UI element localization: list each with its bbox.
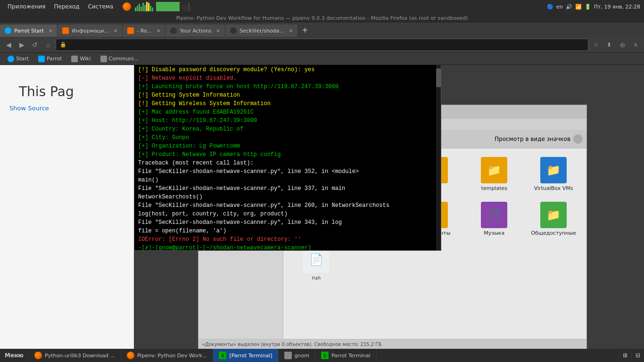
gnom-file-item[interactable]: 🎵Музыка xyxy=(467,199,521,239)
terminal-line: [+] Host: http://119.67.247.39:3000 xyxy=(138,116,437,125)
terminal-line: main() xyxy=(138,176,437,184)
bottom-taskbar: Меню Python-urllib3 Download ... Pipenv:… xyxy=(0,349,644,362)
volume-icon[interactable]: 🔊 xyxy=(566,4,572,10)
gnom-status-bar: «Документы» выделен (внутри 0 объектов).… xyxy=(198,339,586,349)
terminal-line: [+] Product: Netwave IP camera http conf… xyxy=(138,150,437,159)
taskbar-item-terminal-2[interactable]: $ Parrot Terminal xyxy=(315,349,377,362)
bookmark-parrot[interactable]: Parrot xyxy=(34,55,66,63)
bookmark-communi[interactable]: Communi... xyxy=(97,55,142,63)
gnom-taskbar-icon xyxy=(284,352,292,359)
ro-tab-icon xyxy=(127,27,134,34)
tab-info-close[interactable]: ✕ xyxy=(114,28,117,33)
gnom-file-item[interactable]: 📁templates xyxy=(467,154,521,194)
bookmark-parrot-icon xyxy=(38,56,45,62)
clock: Пт, 19 янв, 22:28 xyxy=(594,4,640,10)
menu-button[interactable]: Меню xyxy=(0,349,29,362)
tab-your-actions[interactable]: Your Actions ✕ xyxy=(165,25,225,37)
gnom-file-label: Музыка xyxy=(484,230,504,236)
bookmark-start-icon xyxy=(8,56,14,62)
gnom-view-label: Просмотр в виде значков xyxy=(495,136,570,142)
show-source-link[interactable]: Show Source xyxy=(9,105,49,112)
gnom-search-icon[interactable] xyxy=(573,134,583,144)
url-bar[interactable]: 🔒 xyxy=(56,39,588,51)
menu-applications[interactable]: Приложения xyxy=(4,2,50,11)
bookmark-communi-label: Communi... xyxy=(109,56,139,62)
tab-your-actions-close[interactable]: ✕ xyxy=(216,28,220,33)
back-button[interactable]: ◀ xyxy=(3,39,14,50)
gnom-file-label: VirtualBox VMs xyxy=(534,185,573,191)
terminal-line: File "SecKiller-shodan-netwave-scanner.p… xyxy=(138,184,437,193)
tab-seckiller-label: SecKiller/shoda... xyxy=(239,28,284,34)
taskbar-right-buttons: ⊞ ⊟ xyxy=(619,349,644,362)
battery-icon[interactable]: 🔋 xyxy=(585,4,591,10)
bookmark-wiki-icon xyxy=(71,56,78,62)
pocket-btn[interactable]: ◎ xyxy=(617,39,628,50)
bookmark-wiki[interactable]: Wiki xyxy=(67,55,94,63)
bookmark-start[interactable]: Start xyxy=(4,55,33,63)
terminal-2-icon: $ xyxy=(321,352,329,359)
taskbar-item-urllib3[interactable]: Python-urllib3 Download ... xyxy=(29,349,121,362)
tab-seckiller[interactable]: SecKiller/shoda... ✕ xyxy=(225,25,298,37)
taskbar-urllib3-label: Python-urllib3 Download ... xyxy=(45,353,115,359)
firefox-taskbar-icon[interactable] xyxy=(123,2,131,11)
layout-button[interactable]: ⊞ xyxy=(619,349,631,362)
tab-info[interactable]: Информаци... ✕ xyxy=(58,25,123,37)
tab-parrot-start[interactable]: Parrot Start ✕ xyxy=(0,25,58,37)
terminal-line: NetworkSearchosts() xyxy=(138,193,437,201)
menu-go[interactable]: Переход xyxy=(50,2,83,11)
terminal-line: [+] Country: Korea, Republic of xyxy=(138,125,437,133)
firefox-titlebar: Pipenv: Python Dev Workflow for Humans —… xyxy=(0,13,644,23)
bookmarks-btn[interactable]: ☆ xyxy=(590,39,602,50)
gnom-file-label: run xyxy=(312,275,321,281)
taskbar-item-terminal-active[interactable]: $ [Parrot Terminal] xyxy=(213,349,278,362)
terminal-line: log(host, port, country, city, org, prod… xyxy=(138,210,437,218)
terminal-active-icon: $ xyxy=(219,352,226,359)
tab-seckiller-close[interactable]: ✕ xyxy=(289,28,293,33)
terminal-line: -[✗]-[gnom@parrot]-[~/shodan-netwavecame… xyxy=(138,244,437,250)
terminal-line: [+] Mac address found E8ABFA19261C xyxy=(138,108,437,116)
taskbar-pipenv-label: Pipenv: Python Dev Work... xyxy=(137,353,207,359)
terminal-line: [+] Launching brute force on host http:/… xyxy=(138,82,437,91)
terminal-scrollbar[interactable] xyxy=(436,54,441,250)
info-tab-icon xyxy=(62,27,69,34)
forward-button[interactable]: ▶ xyxy=(16,39,27,50)
gnom-file-item[interactable]: 📁Общедоступные xyxy=(526,199,581,239)
taskbar-item-gnom[interactable]: gnom xyxy=(279,349,315,362)
gnom-file-icon: 📁 xyxy=(540,157,567,183)
bookmark-start-label: Start xyxy=(16,56,29,62)
terminal-line: file = open(filename, 'a') xyxy=(138,227,437,235)
tab-parrot-start-close[interactable]: ✕ xyxy=(49,28,52,33)
home-button[interactable]: ⌂ xyxy=(42,39,54,50)
bookmark-communi-icon xyxy=(100,56,107,62)
taskbar-item-pipenv[interactable]: Pipenv: Python Dev Work... xyxy=(121,349,214,362)
urllib3-firefox-icon xyxy=(34,352,42,359)
tab-ro-label: - Ro... xyxy=(137,28,152,34)
taskbar-gnom-label: gnom xyxy=(295,353,309,359)
tab-ro-close[interactable]: ✕ xyxy=(157,28,160,33)
gnom-file-item[interactable]: 📁VirtualBox VMs xyxy=(526,154,581,194)
app-menus: Приложения Переход Система xyxy=(0,2,121,11)
lock-icon: 🔒 xyxy=(60,41,66,48)
desktop-button[interactable]: ⊟ xyxy=(631,349,644,362)
gnom-file-icon: 🎵 xyxy=(481,202,507,228)
bluetooth-icon[interactable]: 🔵 xyxy=(547,4,553,10)
tab-info-label: Информаци... xyxy=(72,28,109,34)
new-tab-button[interactable]: + xyxy=(298,25,312,34)
tab-ro[interactable]: - Ro... ✕ xyxy=(123,25,165,37)
downloads-btn[interactable]: ⬇ xyxy=(603,39,615,50)
network-icon[interactable]: 📶 xyxy=(575,4,582,10)
bookmarks-bar: Start Parrot Wiki Communi... xyxy=(0,53,644,65)
firefox-toolbar: ◀ ▶ ↺ ⌂ 🔒 ☆ ⬇ ◎ ≡ xyxy=(0,37,644,53)
terminal-line: [!] Getting System Information xyxy=(138,91,437,99)
gnom-file-icon: 📁 xyxy=(540,202,567,228)
terminal-body[interactable]: [+] Passwords loaded: 19[!] Disable pass… xyxy=(134,54,441,250)
terminal-line: [!] Disable password discovery module? (… xyxy=(138,66,437,74)
firefox-window-title: Pipenv: Python Dev Workflow for Humans —… xyxy=(176,15,468,21)
menu-system[interactable]: Система xyxy=(84,2,117,11)
terminal-line: [+] City: Gunpo xyxy=(138,133,437,142)
reload-button[interactable]: ↺ xyxy=(29,39,41,50)
menu-btn[interactable]: ≡ xyxy=(630,39,641,50)
terminal-line: [!] Getting Wireless System Information xyxy=(138,99,437,108)
scroll-thumb[interactable] xyxy=(436,68,441,87)
language-indicator[interactable]: en xyxy=(556,4,563,10)
